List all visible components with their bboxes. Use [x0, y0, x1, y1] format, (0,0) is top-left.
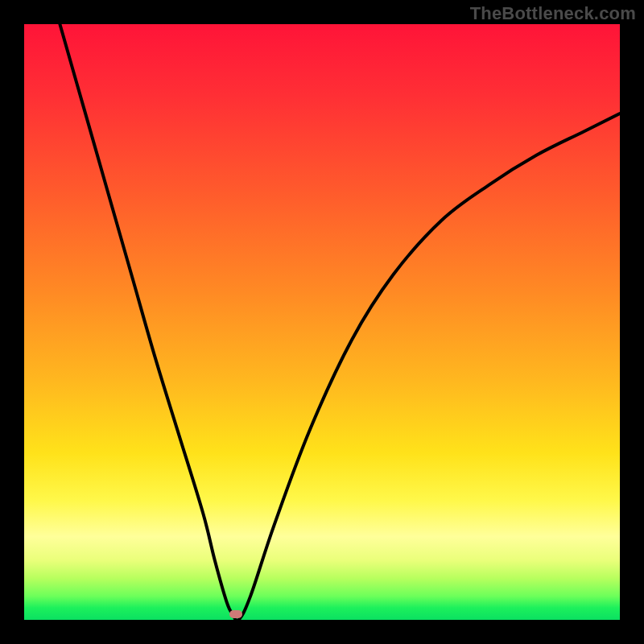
plot-area [24, 24, 620, 620]
chart-frame: TheBottleneck.com [0, 0, 644, 644]
curve-svg [24, 24, 620, 620]
watermark-text: TheBottleneck.com [470, 3, 636, 24]
optimal-point-marker [229, 610, 242, 618]
bottleneck-curve-path [60, 24, 620, 620]
